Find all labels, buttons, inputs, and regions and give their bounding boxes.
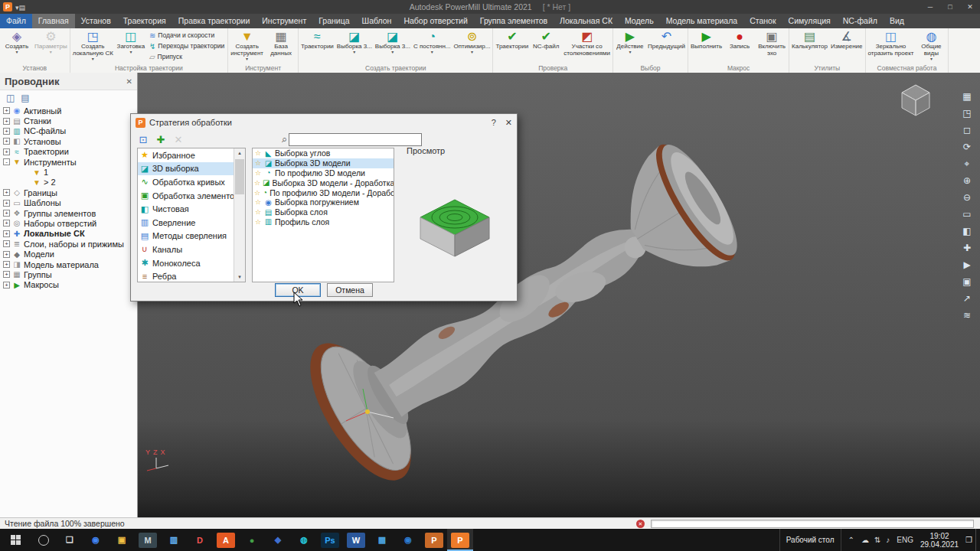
tree-item[interactable]: + ◉ Активный — [0, 106, 137, 116]
tree-expander-icon[interactable]: + — [3, 240, 10, 247]
ribbon-button[interactable]: ⚙ Параметры▾ — [33, 28, 69, 64]
ribbon-tab[interactable]: Группа элементов — [474, 14, 554, 28]
ribbon-button[interactable]: ✔ Траектории — [494, 28, 530, 64]
category-item[interactable]: ◪ 3D выборка — [138, 162, 245, 176]
favorite-star-icon[interactable]: ☆ — [254, 208, 262, 216]
tree-expander-icon[interactable]: + — [3, 271, 10, 278]
viewport-tool-icon[interactable]: ▣ — [960, 275, 974, 289]
favorite-star-icon[interactable]: ☆ — [254, 169, 262, 177]
ribbon-tab[interactable]: Главная — [32, 14, 75, 28]
viewport-tool-icon[interactable]: ◧ — [960, 224, 974, 238]
ribbon-button[interactable]: ◪ Выборка 3...▾ — [374, 28, 412, 64]
ribbon-button[interactable]: ↶ Предыдущий — [646, 28, 687, 64]
explorer-close-icon[interactable]: ✕ — [126, 77, 132, 86]
tray-icon[interactable]: ⇅ — [874, 536, 880, 544]
tree-expander-icon[interactable]: + — [3, 230, 10, 237]
tree-expander-icon[interactable]: + — [3, 200, 10, 207]
tree-expander-icon[interactable]: + — [3, 261, 10, 268]
category-item[interactable]: ✱ Моноколеса — [138, 256, 245, 270]
viewport-tool-icon[interactable]: ◳ — [960, 106, 974, 120]
category-item[interactable]: ≡ Ребра — [138, 269, 245, 282]
ribbon-tab[interactable]: Инструмент — [256, 14, 312, 28]
tree-expander-icon[interactable]: + — [3, 107, 10, 114]
ribbon-tab[interactable]: Локальная СК — [554, 14, 619, 28]
viewport-tool-icon[interactable]: ▦ — [960, 90, 974, 103]
window-control-button[interactable]: ─ — [920, 0, 940, 14]
tree-item[interactable]: + ▥ NC-файлы — [0, 126, 137, 136]
window-control-button[interactable]: ✕ — [960, 0, 980, 14]
taskbar-app-icon[interactable]: M — [135, 529, 161, 551]
strategy-item[interactable]: ☆ ◪ Выборка 3D модели — [253, 158, 394, 168]
favorite-star-icon[interactable]: ☆ — [254, 218, 262, 226]
favorite-star-icon[interactable]: ☆ — [254, 149, 262, 157]
viewport-tool-icon[interactable]: ◻ — [960, 123, 974, 137]
viewport-tool-icon[interactable]: ▶ — [960, 258, 974, 272]
category-item[interactable]: ∿ Обработка кривых — [138, 175, 245, 189]
tree-item[interactable]: + ◎ Наборы отверстий — [0, 218, 137, 228]
category-item[interactable]: ★ Избранное — [138, 148, 245, 162]
tree-item[interactable]: ▼ 1 — [0, 167, 137, 177]
view-cube[interactable] — [894, 79, 937, 122]
ribbon-tab[interactable]: Набор отверстий — [397, 14, 473, 28]
tree-item[interactable]: + ▭ Шаблоны — [0, 198, 137, 208]
ribbon-tab[interactable]: NC-файл — [837, 14, 884, 28]
ribbon-button[interactable]: ◔ С постоянн...▾ — [412, 28, 452, 64]
taskbar-app-icon[interactable]: ❏ — [57, 529, 83, 551]
ribbon-button[interactable]: ◈ Создать▾ — [1, 28, 33, 64]
viewport-tool-icon[interactable]: ↗ — [960, 292, 974, 305]
favorite-star-icon[interactable]: ☆ — [254, 198, 262, 206]
ribbon-button[interactable]: ≈ Траектории — [299, 28, 335, 64]
ribbon-tab[interactable]: Симуляция — [782, 14, 837, 28]
taskbar-app-icon[interactable]: ◉ — [395, 529, 421, 551]
tree-item[interactable]: ▼ > 2 — [0, 178, 137, 187]
dialog-help-button[interactable]: ? — [492, 118, 496, 128]
ribbon-button[interactable]: ▦ База данных — [265, 28, 297, 64]
dialog-title-bar[interactable]: P Стратегия обработки ? ✕ — [131, 114, 517, 131]
dialog-toolbar-icon[interactable]: ⊡ — [136, 132, 151, 146]
tree-expander-icon[interactable]: + — [3, 148, 10, 155]
viewport-tool-icon[interactable]: ⊖ — [960, 191, 974, 204]
ribbon-button[interactable]: ∡ Измерение — [829, 28, 864, 64]
tree-expander-icon[interactable]: + — [3, 251, 10, 258]
favorite-star-icon[interactable]: ☆ — [254, 159, 262, 167]
taskbar-app-icon[interactable]: W — [343, 529, 369, 551]
ribbon-button[interactable]: ⊚ Оптимизир...▾ — [452, 28, 492, 64]
strategy-item[interactable]: ☆ ◣ Выборка углов — [253, 148, 394, 158]
taskbar-app-icon[interactable]: ▣ — [109, 529, 135, 551]
strategy-item[interactable]: ☆ ◔ По профилю 3D модели - Дорабо... — [253, 187, 394, 197]
ribbon-tab[interactable]: Станок — [743, 14, 782, 28]
tree-item[interactable]: + ≣ Слои, наборы и прижимы — [0, 239, 137, 249]
taskbar-app-icon[interactable]: ◆ — [265, 529, 291, 551]
strategy-item[interactable]: ☆ ◪ Выборка 3D модели - Доработка — [253, 178, 394, 187]
tree-item[interactable]: + ▤ Станки — [0, 116, 137, 126]
taskbar-search-button[interactable] — [31, 529, 57, 551]
tray-icon[interactable]: ☁ — [861, 536, 869, 544]
taskbar-app-icon[interactable]: P — [447, 529, 473, 551]
favorite-star-icon[interactable]: ☆ — [254, 179, 260, 187]
tree-expander-icon[interactable]: + — [3, 138, 10, 145]
tree-item[interactable]: + ▦ Группы — [0, 269, 137, 279]
ribbon-tab[interactable]: Модель — [619, 14, 660, 28]
viewport-tool-icon[interactable]: ⊕ — [960, 174, 974, 187]
strategy-item[interactable]: ☆ ◉ Выборка погружением — [253, 197, 394, 207]
start-button[interactable] — [0, 529, 31, 551]
viewport-tool-icon[interactable]: ▭ — [960, 207, 974, 221]
notification-center-icon[interactable]: ❐ — [965, 536, 972, 544]
tree-expander-icon[interactable]: + — [3, 189, 10, 196]
taskbar-app-icon[interactable]: Ps — [317, 529, 343, 551]
ribbon-button[interactable]: ◫ Заготовка▾ — [115, 28, 147, 64]
taskbar-app-icon[interactable]: ◉ — [83, 529, 109, 551]
tray-icon[interactable]: ♪ — [886, 536, 890, 544]
taskbar-app-icon[interactable]: ◍ — [291, 529, 317, 551]
category-item[interactable]: ▣ Обработка элементов — [138, 189, 245, 203]
ribbon-tab[interactable]: Установ — [75, 14, 117, 28]
tree-item[interactable]: + ≈ Траектории — [0, 147, 137, 157]
dialog-close-button[interactable]: ✕ — [505, 118, 512, 128]
viewport-tool-icon[interactable]: ⟳ — [960, 140, 974, 154]
taskbar-app-icon[interactable]: ▥ — [161, 529, 187, 551]
ribbon-button[interactable]: ▣ Включить эхо — [756, 28, 788, 64]
ribbon-small-button[interactable]: ≋ Подачи и скорости — [147, 30, 227, 41]
tree-item[interactable]: + ◆ Модели — [0, 249, 137, 259]
scroll-down-icon[interactable]: ▾ — [234, 272, 245, 282]
scroll-thumb[interactable] — [235, 159, 244, 194]
